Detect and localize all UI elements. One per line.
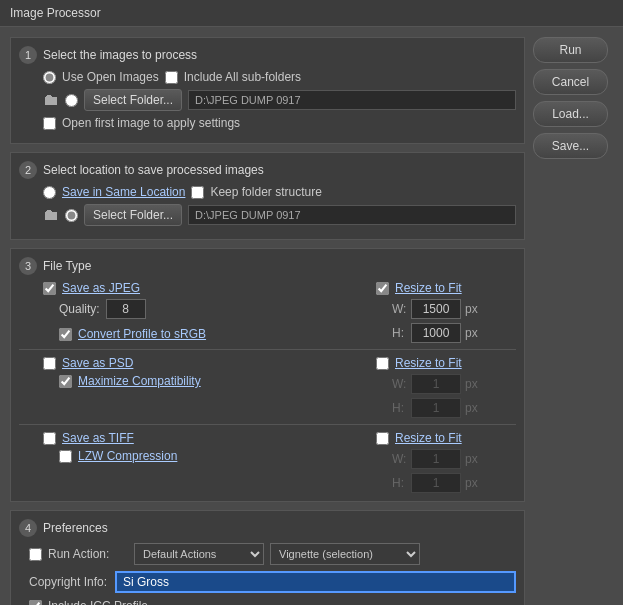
height-input-tiff [411,473,461,493]
copyright-label: Copyright Info: [29,575,109,589]
open-first-image-label: Open first image to apply settings [62,116,240,130]
height-input-psd [411,398,461,418]
section-3: 3 File Type Save as JPEG Quality: [10,248,525,502]
resize-tiff-checkbox[interactable] [376,432,389,445]
save-jpeg-checkbox[interactable] [43,282,56,295]
use-open-images-label: Use Open Images [62,70,159,84]
h-label-psd: H: [392,401,407,415]
resize-tiff-label: Resize to Fit [395,431,462,445]
lzw-label: LZW Compression [78,449,177,463]
section-4-number: 4 [19,519,37,537]
left-panel: 1 Select the images to process Use Open … [10,37,525,605]
section-3-number: 3 [19,257,37,275]
copyright-input[interactable] [115,571,516,593]
run-action-label: Run Action: [48,547,128,561]
select-folder-button-2[interactable]: Select Folder... [84,204,182,226]
load-button[interactable]: Load... [533,101,608,127]
select-folder-button-1[interactable]: Select Folder... [84,89,182,111]
save-psd-checkbox[interactable] [43,357,56,370]
title-bar: Image Processor [0,0,623,27]
px-unit-tiff-h: px [465,476,478,490]
section-2-title: Select location to save processed images [43,163,264,177]
lzw-checkbox[interactable] [59,450,72,463]
resize-psd-label: Resize to Fit [395,356,462,370]
px-unit-psd-h: px [465,401,478,415]
open-first-image-checkbox[interactable] [43,117,56,130]
h-label-tiff: H: [392,476,407,490]
same-location-radio[interactable] [43,186,56,199]
maximize-compat-label: Maximize Compatibility [78,374,201,388]
same-location-label: Save in Same Location [62,185,185,199]
px-unit-jpeg-w: px [465,302,478,316]
include-icc-label: Include ICC Profile [48,599,148,605]
use-open-images-radio[interactable] [43,71,56,84]
px-unit-psd-w: px [465,377,478,391]
action-select[interactable]: Default Actions [134,543,264,565]
h-label-jpeg: H: [392,326,407,340]
save-tiff-checkbox[interactable] [43,432,56,445]
save-psd-label: Save as PSD [62,356,133,370]
folder-path-1: D:\JPEG DUMP 0917 [188,90,516,110]
select-folder-radio[interactable] [65,94,78,107]
w-label-tiff: W: [392,452,407,466]
folder-path-2: D:\JPEG DUMP 0917 [188,205,516,225]
resize-jpeg-label: Resize to Fit [395,281,462,295]
quality-label: Quality: [59,302,100,316]
section-1-title: Select the images to process [43,48,197,62]
include-icc-checkbox[interactable] [29,600,42,606]
keep-folder-label: Keep folder structure [210,185,321,199]
convert-profile-checkbox[interactable] [59,328,72,341]
save-jpeg-label: Save as JPEG [62,281,140,295]
convert-profile-label: Convert Profile to sRGB [78,327,206,341]
run-button[interactable]: Run [533,37,608,63]
folder-icon-2: 🖿 [43,206,59,224]
folder-icon-1: 🖿 [43,91,59,109]
keep-folder-checkbox[interactable] [191,186,204,199]
include-subfolders-checkbox[interactable] [165,71,178,84]
px-unit-jpeg-h: px [465,326,478,340]
right-panel: Run Cancel Load... Save... [533,37,613,605]
save-button[interactable]: Save... [533,133,608,159]
section-4-title: Preferences [43,521,108,535]
width-input-psd [411,374,461,394]
width-input-tiff [411,449,461,469]
cancel-button[interactable]: Cancel [533,69,608,95]
title-text: Image Processor [10,6,101,20]
section-4: 4 Preferences Run Action: Default Action… [10,510,525,605]
maximize-compat-checkbox[interactable] [59,375,72,388]
section-1-number: 1 [19,46,37,64]
section-2-number: 2 [19,161,37,179]
save-tiff-label: Save as TIFF [62,431,134,445]
vignette-select[interactable]: Vignette (selection) [270,543,420,565]
section-2: 2 Select location to save processed imag… [10,152,525,240]
w-label-psd: W: [392,377,407,391]
select-folder-save-radio[interactable] [65,209,78,222]
quality-input[interactable] [106,299,146,319]
w-label-jpeg: W: [392,302,407,316]
resize-psd-checkbox[interactable] [376,357,389,370]
section-1: 1 Select the images to process Use Open … [10,37,525,144]
resize-jpeg-checkbox[interactable] [376,282,389,295]
height-input-jpeg[interactable] [411,323,461,343]
width-input-jpeg[interactable] [411,299,461,319]
px-unit-tiff-w: px [465,452,478,466]
section-3-title: File Type [43,259,91,273]
include-subfolders-label: Include All sub-folders [184,70,301,84]
run-action-checkbox[interactable] [29,548,42,561]
